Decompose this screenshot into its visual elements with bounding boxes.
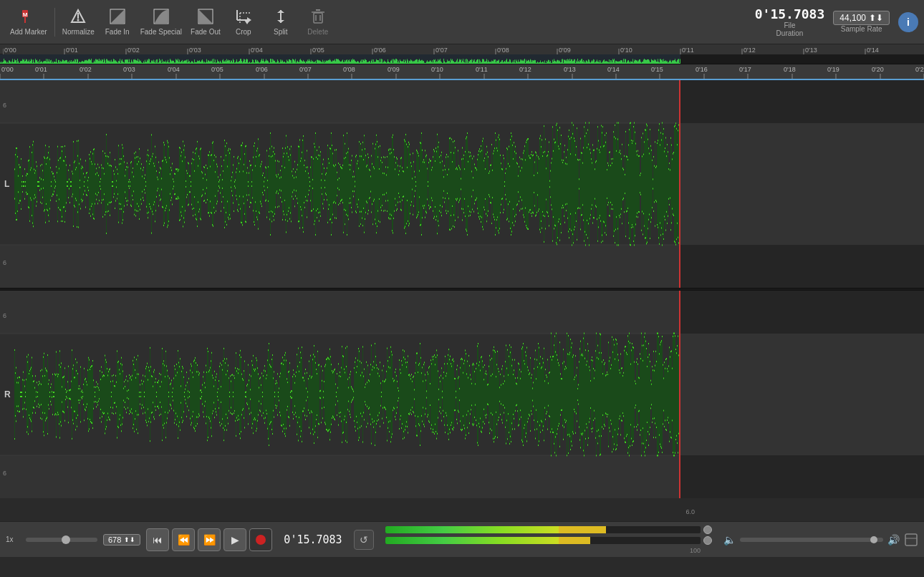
toolbar: M Add Marker Normalize Fade In [0,0,924,44]
left-channel: L 6 6 [0,80,924,288]
left-db-bottom: 6 [3,259,6,266]
fade-in-button[interactable]: Fade In [99,2,136,42]
record-icon [256,535,266,545]
meter-row-left [385,525,712,534]
fade-out-label: Fade Out [191,28,221,36]
split-icon [273,9,289,26]
right-transport: 🔈 🔊 [723,533,918,547]
overview-strip [0,44,924,64]
fade-special-icon [153,9,169,26]
svg-rect-23 [905,534,917,546]
right-channel-label: R [4,389,11,399]
sample-rate-value: 44,100 [839,13,866,23]
add-marker-icon: M [21,9,37,26]
right-meter-green [385,537,559,544]
time-value: 0'15.7083 [755,6,825,21]
volume-track[interactable] [740,538,883,542]
toolbar-right: 0'15.7083 File Duration 44,100 ⬆⬇ Sample… [755,6,918,37]
left-level-knob[interactable] [703,525,712,534]
normalize-label: Normalize [62,28,95,36]
waveform-area[interactable]: L 6 6 R 6 6 6.0 [0,80,924,521]
scroll-value: 678 [108,535,121,544]
crop-icon [236,9,251,26]
zoom-label: 1x [6,535,20,543]
back-icon: ⏪ [178,534,190,546]
back-button[interactable]: ⏪ [172,528,195,551]
fade-in-icon [110,9,125,26]
info-icon: i [907,16,910,28]
normalize-icon [70,9,86,26]
forward-icon: ⏩ [203,534,216,546]
left-meter-track [385,526,701,533]
duration-label: Duration [755,29,825,37]
crop-button[interactable]: Crop [225,2,262,42]
left-db-top: 6 [3,102,6,109]
scroll-value-box[interactable]: 678 ⬆⬇ [103,534,140,546]
left-meter-yellow [559,526,606,533]
file-label: File [755,21,825,29]
sample-rate-display: 44,100 ⬆⬇ Sample Rate [833,11,890,33]
play-button[interactable]: ▶ [223,528,246,551]
overview-waveform[interactable] [0,54,924,64]
fade-in-label: Fade In [105,28,130,36]
rewind-button[interactable]: ⏮ [146,528,169,551]
delete-label: Delete [307,28,328,36]
play-icon: ▶ [231,534,239,546]
delete-icon [310,9,326,26]
svg-point-5 [77,19,80,21]
add-marker-label: Add Marker [10,28,47,36]
zoom-slider-track[interactable] [26,538,97,542]
overview-ruler [0,44,924,54]
left-meter-green [385,526,559,533]
playhead-right [679,291,680,498]
right-meter-track [385,537,701,544]
sample-rate-arrows: ⬆⬇ [869,13,883,23]
svg-rect-18 [314,13,322,23]
rewind-icon: ⏮ [153,534,163,546]
crop-label: Crop [236,28,251,36]
time-display: 0'15.7083 File Duration [755,6,825,37]
zoom-slider-container [26,538,97,542]
add-marker-button[interactable]: M Add Marker [6,2,52,42]
normalize-button[interactable]: Normalize [58,2,99,42]
fade-out-button[interactable]: Fade Out [186,2,225,42]
level-meters: 100 [380,525,718,554]
split-button[interactable]: Split [262,2,299,42]
scroll-arrows: ⬆⬇ [124,536,135,543]
transport-buttons: ⏮ ⏪ ⏩ ▶ [146,528,272,551]
loop-icon: ↺ [360,534,368,546]
svg-marker-16 [277,10,284,13]
svg-marker-14 [244,20,250,24]
fade-special-label: Fade Special [140,28,182,36]
timecode-display: 0'15.7083 [278,533,347,546]
db-bottom-right-label: 6.0 [685,508,695,515]
sample-rate-box[interactable]: 44,100 ⬆⬇ [833,11,890,25]
level-number: 100 [385,547,712,554]
right-db-top: 6 [3,312,6,319]
forward-button[interactable]: ⏩ [198,528,221,551]
right-db-bottom: 6 [3,470,6,477]
svg-marker-17 [277,20,284,23]
meter-row-right [385,536,712,545]
zoom-slider-thumb[interactable] [62,535,70,544]
sample-rate-label: Sample Rate [841,25,882,33]
delete-button[interactable]: Delete [299,2,337,42]
record-button[interactable] [249,528,272,551]
playhead-left [679,80,680,288]
svg-text:M: M [23,11,28,18]
settings-icon[interactable] [904,533,918,547]
info-button[interactable]: i [898,12,918,32]
right-meter-yellow [559,537,590,544]
fade-special-button[interactable]: Fade Special [136,2,186,42]
loop-button[interactable]: ↺ [354,530,374,550]
volume-thumb[interactable] [870,536,877,543]
transport-bar: 1x 678 ⬆⬇ ⏮ ⏪ ⏩ ▶ 0'15.7083 ↺ [0,521,924,557]
volume-end-icon: 🔊 [887,534,900,546]
split-label: Split [274,28,287,36]
speaker-icon: 🔈 [723,534,736,546]
fade-out-icon [198,9,213,26]
main-ruler [0,64,924,80]
right-level-knob[interactable] [703,536,712,545]
right-channel: R 6 6 [0,291,924,498]
left-channel-label: L [4,179,9,189]
